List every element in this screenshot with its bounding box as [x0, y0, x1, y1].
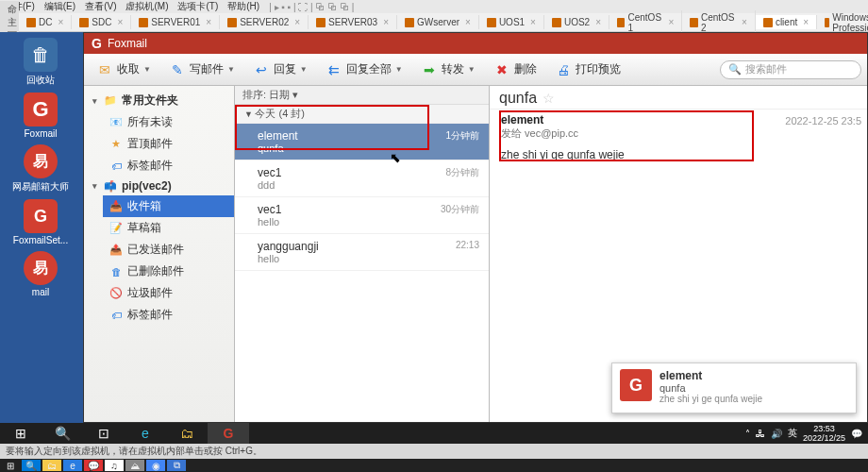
menu-view[interactable]: 查看(V)	[85, 0, 116, 13]
vm-tab[interactable]: CentOS 2×	[682, 10, 755, 35]
receive-button[interactable]: ✉收取▼	[90, 59, 157, 81]
vm-tab[interactable]: SDC×	[72, 15, 131, 29]
desktop-icon-foxmail[interactable]: GFoxmail	[8, 93, 74, 139]
foxmail-setup-icon: G	[24, 199, 58, 233]
tree-account[interactable]: ▾📫pip(vec2)	[84, 177, 234, 195]
desktop-icon-recycle[interactable]: 🗑回收站	[8, 38, 74, 87]
tray-network-icon[interactable]: 🖧	[756, 429, 765, 439]
menu-tabs[interactable]: 选项卡(T)	[177, 0, 218, 13]
host-task-icon[interactable]: ◉	[146, 460, 165, 471]
taskbar-taskview[interactable]: ⊡	[83, 423, 125, 444]
tree-drafts[interactable]: 📝草稿箱	[103, 217, 234, 239]
unread-icon: 📧	[108, 116, 124, 129]
msg-time: 30分钟前	[441, 203, 479, 216]
message-item[interactable]: element qunfa 1分钟前	[235, 124, 489, 160]
tree-tagged[interactable]: 🏷标签邮件	[103, 155, 234, 177]
foxmail-icon: G	[24, 93, 58, 126]
tree-pinned[interactable]: ★置顶邮件	[103, 133, 234, 155]
message-item[interactable]: yangguangji hello 22:13	[235, 234, 489, 271]
print-button[interactable]: 🖨打印预览	[548, 59, 626, 81]
message-list: 排序: 日期 ▾ ▼ 今天 (4 封) element qunfa 1分钟前 v…	[235, 86, 490, 422]
host-task-icon[interactable]: ♫	[105, 460, 124, 471]
taskbar-search[interactable]: 🔍	[42, 423, 83, 444]
vm-tab[interactable]: UOS2×	[544, 15, 609, 29]
tray-volume-icon[interactable]: 🔊	[771, 429, 782, 439]
folder-icon: 📁	[103, 94, 118, 108]
windows-taskbar[interactable]: ⊞ 🔍 ⊡ e 🗂 G ˄ 🖧 🔊 英 23:532022/12/25 💬	[0, 423, 868, 444]
compose-icon: ✎	[168, 61, 187, 78]
vm-tab[interactable]: SERVER03×	[309, 15, 397, 29]
tree-inbox[interactable]: 📥收件箱	[103, 195, 234, 217]
host-task-icon[interactable]: ⧉	[167, 460, 186, 471]
tree-tags[interactable]: 🏷标签邮件	[103, 304, 234, 326]
star-icon[interactable]: ☆	[542, 91, 555, 106]
menu-help[interactable]: 帮助(H)	[227, 0, 259, 13]
tray-notifications-icon[interactable]: 💬	[851, 429, 862, 439]
msg-from: yangguangji	[258, 240, 479, 253]
account-icon: 📫	[103, 179, 118, 193]
vmware-hint-bar: 要将输入定向到该虚拟机，请在虚拟机内部单击或按 Ctrl+G。	[0, 444, 868, 459]
foxmail-titlebar[interactable]: G Foxmail	[84, 33, 867, 54]
search-input[interactable]: 🔍搜索邮件	[720, 60, 861, 79]
vm-tab[interactable]: CentOS 1×	[609, 10, 682, 35]
vm-tab[interactable]: GWserver×	[397, 15, 479, 29]
msg-subject: hello	[258, 253, 479, 264]
tree-sent[interactable]: 📤已发送邮件	[103, 239, 234, 261]
menu-vm[interactable]: 虚拟机(M)	[125, 0, 168, 13]
delete-button[interactable]: ✖删除	[487, 59, 542, 81]
message-item[interactable]: vec1 ddd 8分钟前	[235, 160, 489, 197]
compose-button[interactable]: ✎写邮件▼	[162, 59, 241, 81]
new-mail-notification[interactable]: G element qunfa zhe shi yi ge qunfa weji…	[611, 362, 857, 413]
vm-tab[interactable]: UOS1×	[479, 15, 544, 29]
preview-recipient: 发给 vec@pip.cc	[501, 126, 856, 141]
vm-tab[interactable]: Windows XP Professional×	[817, 10, 868, 35]
tree-spam[interactable]: 🚫垃圾邮件	[103, 282, 234, 304]
desktop-icon-foxmailset[interactable]: GFoxmailSet...	[8, 199, 74, 245]
host-task-icon[interactable]: 🔍	[22, 460, 41, 471]
vm-tab[interactable]: DC×	[19, 15, 72, 29]
forward-button[interactable]: ➡转发▼	[414, 59, 481, 81]
message-item[interactable]: vec1 hello 30分钟前	[235, 197, 489, 234]
start-button[interactable]: ⊞	[0, 423, 42, 444]
tray-ime[interactable]: 英	[788, 427, 797, 440]
tree-root-common[interactable]: ▾📁常用文件夹	[84, 90, 234, 111]
host-task-icon[interactable]: 💬	[84, 460, 103, 471]
desktop-icon-netease[interactable]: 易网易邮箱大师	[8, 144, 74, 194]
vm-tab-active[interactable]: client×	[756, 15, 817, 29]
vm-tab[interactable]: SERVER01×	[131, 15, 220, 29]
replyall-icon: ⇇	[325, 61, 343, 78]
tray-chevron-icon[interactable]: ˄	[745, 429, 750, 439]
host-taskbar[interactable]: ⊞ 🔍 🗂 e 💬 ♫ ⛰ ◉ ⧉	[0, 459, 868, 472]
host-task-icon[interactable]: ⛰	[125, 460, 144, 471]
tree-all-unread[interactable]: 📧所有未读	[103, 111, 234, 133]
inbox-icon: 📥	[108, 200, 124, 213]
delete-icon: ✖	[492, 61, 511, 78]
tree-deleted[interactable]: 🗑已删除邮件	[103, 261, 234, 282]
notification-icon: G	[620, 369, 652, 401]
host-task-icon[interactable]: e	[63, 460, 82, 471]
taskbar-ie[interactable]: e	[125, 423, 166, 444]
replyall-button[interactable]: ⇇回复全部▼	[319, 59, 409, 81]
taskbar-clock[interactable]: 23:532022/12/25	[803, 424, 845, 443]
reply-button[interactable]: ↩回复▼	[246, 59, 313, 81]
menu-edit[interactable]: 编辑(E)	[44, 0, 75, 13]
taskbar-explorer[interactable]: 🗂	[166, 423, 208, 444]
host-task-icon[interactable]: 🗂	[42, 460, 61, 471]
taskbar-foxmail[interactable]: G	[208, 423, 249, 444]
vm-tab-bar[interactable]: 命 主页 DC× SDC× SERVER01× SERVER02× SERVER…	[0, 13, 868, 32]
folder-tree: ▾📁常用文件夹 📧所有未读 ★置顶邮件 🏷标签邮件 ▾📫pip(vec2) 📥收…	[84, 86, 235, 422]
sent-icon: 📤	[108, 244, 124, 257]
tag-icon: 🏷	[108, 160, 124, 173]
desktop-icon-mail[interactable]: 易mail	[8, 251, 74, 297]
trash-icon: 🗑	[108, 265, 124, 278]
system-tray[interactable]: ˄ 🖧 🔊 英 23:532022/12/25 💬	[740, 424, 868, 443]
pin-icon: ★	[108, 138, 124, 151]
msg-time: 1分钟前	[445, 129, 479, 143]
vm-tab[interactable]: SERVER02×	[220, 15, 309, 29]
sort-dropdown[interactable]: 排序: 日期 ▾	[235, 86, 489, 105]
notif-subject: qunfa	[659, 382, 762, 394]
msg-subject: ddd	[258, 179, 479, 191]
msg-subject: qunfa	[258, 143, 479, 154]
host-start-icon[interactable]: ⊞	[1, 460, 20, 471]
list-group-today[interactable]: ▼ 今天 (4 封)	[235, 105, 489, 124]
